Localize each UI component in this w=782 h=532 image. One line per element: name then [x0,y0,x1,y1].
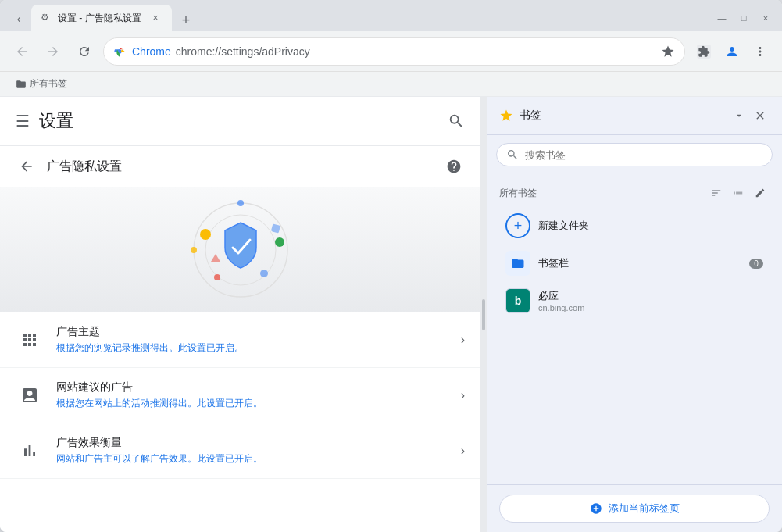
settings-items-list: 广告主题 根据您的浏览记录推测得出。此设置已开启。 › 网站建议的广告 根据您在… [0,312,480,532]
maximize-button[interactable]: □ [734,8,754,28]
chrome-logo-icon [113,45,126,58]
bookmarks-bar-folder-name: 书签栏 [538,256,741,270]
site-ads-content: 网站建议的广告 根据您在网站上的活动推测得出。此设置已开启。 [56,380,448,410]
refresh-button[interactable] [72,39,97,64]
new-folder-label: 新建文件夹 [538,219,763,233]
bing-icon-letter: b [515,295,522,307]
tab-nav-prev[interactable]: ‹ [9,9,28,28]
bing-name: 必应 [538,289,763,303]
bookmarks-panel-close-button[interactable] [751,106,770,125]
bookmarks-panel-header: 书签 [487,97,782,135]
svg-point-4 [275,237,284,247]
settings-menu-icon[interactable]: ☰ [16,112,30,130]
extensions-button[interactable] [691,39,716,64]
section-actions [707,184,770,202]
svg-point-9 [237,200,244,206]
hero-illustration-section [0,187,480,312]
bookmarks-dropdown-icon[interactable] [734,110,745,121]
tab-close-button[interactable]: × [148,11,162,25]
add-bookmark-section: 添加当前标签页 [487,484,782,532]
search-icon [506,148,519,161]
tab-title: 设置 - 广告隐私设置 [58,12,144,25]
bookmarks-bar-label: 所有书签 [30,77,67,91]
bookmark-star-icon[interactable] [661,45,675,59]
new-tab-button[interactable]: + [175,9,197,31]
bing-favicon: b [505,288,530,313]
settings-header: ☰ 设置 [0,97,480,146]
bookmarks-list: 所有书签 + [487,174,782,484]
svg-point-6 [214,274,220,280]
help-button[interactable] [443,155,465,177]
panel-divider [480,97,487,532]
ad-topics-content: 广告主题 根据您的浏览记录推测得出。此设置已开启。 [56,325,448,355]
search-input-wrap[interactable] [496,143,773,166]
ad-topics-item[interactable]: 广告主题 根据您的浏览记录推测得出。此设置已开启。 › [0,312,480,368]
ad-measurement-item[interactable]: 广告效果衡量 网站和广告主可以了解广告效果。此设置已开启。 › [0,423,480,479]
close-icon [754,109,766,122]
new-folder-item[interactable]: + 新建文件夹 [493,207,776,245]
page-title: 广告隐私设置 [47,159,434,175]
back-to-settings-button[interactable] [16,155,37,177]
settings-search-icon[interactable] [448,112,465,130]
bing-url: cn.bing.com [538,303,763,312]
section-title: 所有书签 [499,187,701,200]
bing-bookmark-item[interactable]: b 必应 cn.bing.com [493,282,776,320]
address-url: chrome://settings/adPrivacy [176,45,310,58]
list-icon [733,187,744,198]
site-ads-title: 网站建议的广告 [56,380,448,395]
ad-measurement-subtitle: 网站和广告主可以了解广告效果。此设置已开启。 [56,452,448,466]
ad-measurement-icon [16,437,44,465]
bing-info: 必应 cn.bing.com [538,289,763,312]
bookmarks-section-header: 所有书签 [487,180,782,207]
back-button[interactable] [9,39,34,64]
refresh-icon [77,45,91,59]
active-tab[interactable]: ⚙ 设置 - 广告隐私设置 × [31,5,172,31]
site-ads-item[interactable]: 网站建议的广告 根据您在网站上的活动推测得出。此设置已开启。 › [0,368,480,423]
bookmarks-bar-count: 0 [749,259,763,269]
address-text: Chrome chrome://settings/adPrivacy [132,45,310,58]
ad-privacy-hero-illustration [162,191,319,309]
new-folder-info: 新建文件夹 [538,219,763,233]
svg-point-10 [191,247,197,253]
minimize-button[interactable]: — [712,8,732,28]
puzzle-icon [697,45,711,59]
ad-topics-title: 广告主题 [56,325,448,339]
address-bar[interactable]: Chrome chrome://settings/adPrivacy [103,37,685,66]
folder-icon [16,79,27,90]
forward-icon [46,45,60,59]
bookmarks-search-input[interactable] [525,149,762,161]
ad-measurement-title: 广告效果衡量 [56,436,448,450]
bookmarks-star-icon [499,109,513,123]
svg-rect-7 [270,223,280,233]
site-name: Chrome [132,45,171,58]
bookmarks-bar-folder-item[interactable]: 书签栏 0 [493,245,776,282]
bookmarks-bar-folder[interactable]: 所有书签 [9,74,73,94]
site-ads-chevron-icon: › [461,388,465,402]
edit-icon [755,187,766,198]
svg-marker-8 [211,254,220,262]
site-ads-icon [16,381,44,409]
ad-topics-chevron-icon: › [461,333,465,347]
edit-button[interactable] [751,184,770,202]
close-window-button[interactable]: × [755,8,776,28]
settings-title: 设置 [39,109,438,133]
menu-button[interactable] [748,39,773,64]
help-circle-icon [446,159,462,174]
add-bookmark-button[interactable]: 添加当前标签页 [499,495,770,523]
forward-button[interactable] [41,39,66,64]
folder-icon [511,256,525,270]
ad-topics-subtitle: 根据您的浏览记录推测得出。此设置已开启。 [56,341,448,355]
ad-measurement-chevron-icon: › [461,444,465,458]
site-ads-subtitle: 根据您在网站上的活动推测得出。此设置已开启。 [56,397,448,410]
menu-icon [753,45,767,59]
add-circle-icon [590,502,602,515]
view-button[interactable] [729,184,748,202]
svg-point-3 [200,229,211,240]
sort-button[interactable] [707,184,726,202]
profile-button[interactable] [720,39,745,64]
add-bookmark-label: 添加当前标签页 [609,502,680,516]
back-arrow-icon [19,159,34,174]
svg-point-5 [260,270,268,277]
bookmarks-bar-info: 书签栏 [538,256,741,270]
ad-topics-icon [16,326,44,354]
